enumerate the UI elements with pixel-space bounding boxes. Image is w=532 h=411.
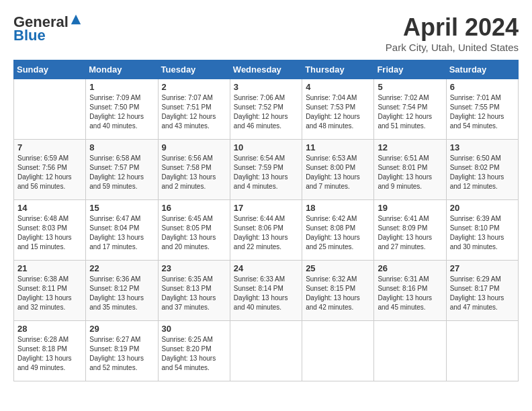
- day-number: 19: [378, 203, 442, 213]
- header-sunday: Sunday: [14, 60, 86, 79]
- day-number: 25: [306, 263, 370, 273]
- day-number: 12: [378, 142, 442, 152]
- calendar-cell: 20Sunrise: 6:39 AM Sunset: 8:10 PM Dayli…: [446, 200, 518, 261]
- day-number: 8: [89, 142, 154, 152]
- calendar-cell: [14, 79, 86, 140]
- calendar-cell: 1Sunrise: 7:09 AM Sunset: 7:50 PM Daylig…: [86, 79, 158, 140]
- calendar-cell: [302, 321, 374, 381]
- calendar-cell: 4Sunrise: 7:04 AM Sunset: 7:53 PM Daylig…: [302, 79, 374, 140]
- day-info: Sunrise: 6:29 AM Sunset: 8:17 PM Dayligh…: [450, 275, 515, 312]
- day-number: 29: [89, 324, 154, 334]
- header: General Blue April 2024 Park City, Utah,…: [13, 13, 519, 53]
- day-info: Sunrise: 6:50 AM Sunset: 8:02 PM Dayligh…: [450, 154, 515, 191]
- month-title: April 2024: [386, 13, 519, 42]
- header-monday: Monday: [86, 60, 158, 79]
- calendar-week-1: 1Sunrise: 7:09 AM Sunset: 7:50 PM Daylig…: [14, 79, 519, 140]
- calendar-cell: 26Sunrise: 6:31 AM Sunset: 8:16 PM Dayli…: [374, 261, 446, 321]
- calendar-cell: 9Sunrise: 6:56 AM Sunset: 7:58 PM Daylig…: [158, 140, 230, 200]
- day-info: Sunrise: 6:44 AM Sunset: 8:06 PM Dayligh…: [234, 214, 298, 252]
- day-number: 11: [306, 142, 370, 152]
- logo: General Blue: [13, 13, 82, 44]
- day-info: Sunrise: 7:06 AM Sunset: 7:52 PM Dayligh…: [234, 93, 298, 131]
- calendar-cell: 18Sunrise: 6:42 AM Sunset: 8:08 PM Dayli…: [302, 200, 374, 261]
- day-info: Sunrise: 7:01 AM Sunset: 7:55 PM Dayligh…: [450, 93, 515, 131]
- day-number: 28: [17, 324, 82, 334]
- day-number: 3: [234, 82, 298, 92]
- day-info: Sunrise: 6:33 AM Sunset: 8:14 PM Dayligh…: [234, 275, 298, 312]
- calendar-week-3: 14Sunrise: 6:48 AM Sunset: 8:03 PM Dayli…: [14, 200, 519, 261]
- calendar-cell: [446, 321, 518, 381]
- day-number: 14: [17, 203, 82, 213]
- day-info: Sunrise: 6:53 AM Sunset: 8:00 PM Dayligh…: [306, 154, 370, 191]
- day-info: Sunrise: 7:09 AM Sunset: 7:50 PM Dayligh…: [89, 93, 154, 131]
- day-info: Sunrise: 6:48 AM Sunset: 8:03 PM Dayligh…: [17, 214, 82, 252]
- calendar-table: SundayMondayTuesdayWednesdayThursdayFrid…: [13, 60, 519, 381]
- calendar-cell: 3Sunrise: 7:06 AM Sunset: 7:52 PM Daylig…: [230, 79, 302, 140]
- svg-marker-0: [71, 15, 81, 24]
- logo-icon: [70, 13, 82, 26]
- day-number: 5: [378, 82, 442, 92]
- calendar-cell: 23Sunrise: 6:35 AM Sunset: 8:13 PM Dayli…: [158, 261, 230, 321]
- day-number: 13: [450, 142, 515, 152]
- calendar-cell: 24Sunrise: 6:33 AM Sunset: 8:14 PM Dayli…: [230, 261, 302, 321]
- calendar-cell: 17Sunrise: 6:44 AM Sunset: 8:06 PM Dayli…: [230, 200, 302, 261]
- day-info: Sunrise: 7:02 AM Sunset: 7:54 PM Dayligh…: [378, 93, 442, 131]
- calendar-cell: 19Sunrise: 6:41 AM Sunset: 8:09 PM Dayli…: [374, 200, 446, 261]
- day-info: Sunrise: 6:38 AM Sunset: 8:11 PM Dayligh…: [17, 275, 82, 312]
- day-info: Sunrise: 6:27 AM Sunset: 8:19 PM Dayligh…: [89, 335, 154, 373]
- calendar-cell: [230, 321, 302, 381]
- calendar-week-4: 21Sunrise: 6:38 AM Sunset: 8:11 PM Dayli…: [14, 261, 519, 321]
- day-info: Sunrise: 6:45 AM Sunset: 8:05 PM Dayligh…: [162, 214, 226, 252]
- calendar-cell: 16Sunrise: 6:45 AM Sunset: 8:05 PM Dayli…: [158, 200, 230, 261]
- day-number: 16: [162, 203, 226, 213]
- day-info: Sunrise: 6:35 AM Sunset: 8:13 PM Dayligh…: [162, 275, 226, 312]
- calendar-cell: 15Sunrise: 6:47 AM Sunset: 8:04 PM Dayli…: [86, 200, 158, 261]
- day-info: Sunrise: 6:39 AM Sunset: 8:10 PM Dayligh…: [450, 214, 515, 252]
- day-info: Sunrise: 6:56 AM Sunset: 7:58 PM Dayligh…: [162, 154, 226, 191]
- day-info: Sunrise: 6:47 AM Sunset: 8:04 PM Dayligh…: [89, 214, 154, 252]
- day-info: Sunrise: 6:54 AM Sunset: 7:59 PM Dayligh…: [234, 154, 298, 191]
- day-info: Sunrise: 6:41 AM Sunset: 8:09 PM Dayligh…: [378, 214, 442, 252]
- day-number: 10: [234, 142, 298, 152]
- day-info: Sunrise: 6:36 AM Sunset: 8:12 PM Dayligh…: [89, 275, 154, 312]
- day-number: 15: [89, 203, 154, 213]
- header-friday: Friday: [374, 60, 446, 79]
- calendar-cell: 30Sunrise: 6:25 AM Sunset: 8:20 PM Dayli…: [158, 321, 230, 381]
- calendar-week-5: 28Sunrise: 6:28 AM Sunset: 8:18 PM Dayli…: [14, 321, 519, 381]
- day-number: 22: [89, 263, 154, 273]
- day-number: 26: [378, 263, 442, 273]
- day-number: 27: [450, 263, 515, 273]
- calendar-cell: 12Sunrise: 6:51 AM Sunset: 8:01 PM Dayli…: [374, 140, 446, 200]
- day-info: Sunrise: 6:58 AM Sunset: 7:57 PM Dayligh…: [89, 154, 154, 191]
- calendar-cell: 22Sunrise: 6:36 AM Sunset: 8:12 PM Dayli…: [86, 261, 158, 321]
- calendar-cell: 6Sunrise: 7:01 AM Sunset: 7:55 PM Daylig…: [446, 79, 518, 140]
- calendar-header-row: SundayMondayTuesdayWednesdayThursdayFrid…: [14, 60, 519, 79]
- calendar-cell: 5Sunrise: 7:02 AM Sunset: 7:54 PM Daylig…: [374, 79, 446, 140]
- day-number: 24: [234, 263, 298, 273]
- calendar-cell: 14Sunrise: 6:48 AM Sunset: 8:03 PM Dayli…: [14, 200, 86, 261]
- header-thursday: Thursday: [302, 60, 374, 79]
- calendar-cell: 8Sunrise: 6:58 AM Sunset: 7:57 PM Daylig…: [86, 140, 158, 200]
- calendar-cell: 25Sunrise: 6:32 AM Sunset: 8:15 PM Dayli…: [302, 261, 374, 321]
- calendar-cell: 27Sunrise: 6:29 AM Sunset: 8:17 PM Dayli…: [446, 261, 518, 321]
- day-number: 9: [162, 142, 226, 152]
- day-number: 23: [162, 263, 226, 273]
- calendar-cell: 11Sunrise: 6:53 AM Sunset: 8:00 PM Dayli…: [302, 140, 374, 200]
- calendar-cell: 7Sunrise: 6:59 AM Sunset: 7:56 PM Daylig…: [14, 140, 86, 200]
- calendar-cell: [374, 321, 446, 381]
- calendar-cell: 21Sunrise: 6:38 AM Sunset: 8:11 PM Dayli…: [14, 261, 86, 321]
- day-info: Sunrise: 6:59 AM Sunset: 7:56 PM Dayligh…: [17, 154, 82, 191]
- header-tuesday: Tuesday: [158, 60, 230, 79]
- day-info: Sunrise: 7:04 AM Sunset: 7:53 PM Dayligh…: [306, 93, 370, 131]
- calendar-cell: 10Sunrise: 6:54 AM Sunset: 7:59 PM Dayli…: [230, 140, 302, 200]
- logo-blue-text: Blue: [13, 27, 46, 44]
- calendar-week-2: 7Sunrise: 6:59 AM Sunset: 7:56 PM Daylig…: [14, 140, 519, 200]
- day-info: Sunrise: 6:51 AM Sunset: 8:01 PM Dayligh…: [378, 154, 442, 191]
- day-info: Sunrise: 7:07 AM Sunset: 7:51 PM Dayligh…: [162, 93, 226, 131]
- day-number: 18: [306, 203, 370, 213]
- day-number: 6: [450, 82, 515, 92]
- day-number: 2: [162, 82, 226, 92]
- day-number: 21: [17, 263, 82, 273]
- day-info: Sunrise: 6:32 AM Sunset: 8:15 PM Dayligh…: [306, 275, 370, 312]
- day-number: 4: [306, 82, 370, 92]
